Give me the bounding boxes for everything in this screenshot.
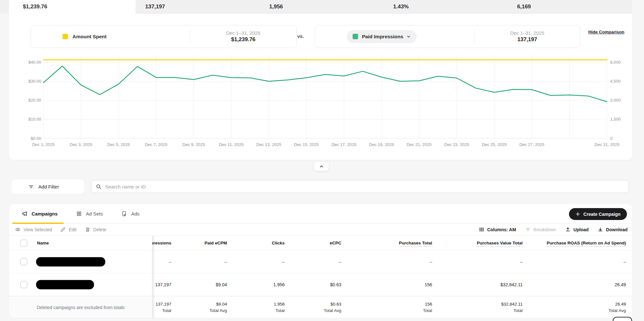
edit-button[interactable]: Edit bbox=[60, 227, 76, 232]
svg-text:Dec 21, 2025: Dec 21, 2025 bbox=[407, 142, 431, 147]
secondary-metric-value: 137,197 bbox=[475, 36, 580, 43]
vs-label: vs. bbox=[297, 33, 304, 39]
breakdown-button: Breakdown bbox=[525, 227, 556, 232]
metric-tab-0[interactable]: $1,239.76 bbox=[9, 0, 136, 14]
row-checkbox[interactable] bbox=[20, 281, 27, 288]
table-cell: – bbox=[346, 259, 437, 264]
tab-campaigns[interactable]: Campaigns bbox=[22, 211, 58, 216]
bottom-right-button[interactable] bbox=[613, 317, 632, 321]
column-header[interactable]: Paid eCPM bbox=[176, 241, 232, 245]
metric-tab-2[interactable]: 1,956 bbox=[260, 0, 384, 14]
select-all-checkbox[interactable] bbox=[20, 240, 27, 247]
add-filter-button[interactable]: Add Filter bbox=[12, 179, 84, 194]
upload-icon bbox=[565, 227, 573, 232]
eye-icon bbox=[15, 227, 24, 232]
comparison-metric-select[interactable]: Paid Impressions bbox=[347, 30, 417, 43]
filter-icon bbox=[28, 184, 38, 189]
redacted-campaign-name bbox=[36, 280, 94, 289]
delete-button[interactable]: Delete bbox=[85, 227, 106, 232]
table-cell: $32,842.11 bbox=[437, 282, 528, 287]
grid-icon bbox=[76, 211, 82, 216]
tab-label: Ads bbox=[131, 211, 139, 216]
svg-text:Dec 13, 2025: Dec 13, 2025 bbox=[256, 142, 281, 147]
campaigns-panel: CampaignsAd SetsAds Create Campaign View… bbox=[9, 204, 632, 318]
svg-text:$40.00: $40.00 bbox=[28, 60, 41, 65]
svg-text:Dec 23, 2025: Dec 23, 2025 bbox=[444, 142, 469, 147]
secondary-date-range: Dec 1–31, 2025 bbox=[475, 30, 580, 36]
table-cell: – bbox=[176, 259, 232, 264]
search-icon bbox=[96, 184, 101, 189]
column-header[interactable]: Clicks bbox=[232, 241, 290, 245]
trash-icon bbox=[85, 227, 93, 232]
create-campaign-button[interactable]: Create Campaign bbox=[569, 208, 627, 220]
metric-tab-1[interactable]: 137,197 bbox=[136, 0, 260, 14]
primary-date-range: Dec 1–31, 2025 bbox=[190, 30, 296, 36]
chart-panel: Amount Spent Dec 1–31, 2025 $1,239.76 vs… bbox=[9, 14, 632, 160]
amount-spent-swatch bbox=[62, 34, 68, 39]
svg-text:$0.00: $0.00 bbox=[31, 136, 41, 141]
svg-text:Dec 27, 2025: Dec 27, 2025 bbox=[519, 142, 544, 147]
svg-text:Dec 25, 2025: Dec 25, 2025 bbox=[482, 142, 507, 147]
spend-impressions-chart: $0.00$10.00$20.00$30.00$40.0001,5003,000… bbox=[9, 54, 632, 160]
primary-metric-label: Amount Spent bbox=[72, 34, 107, 40]
columns-am-button[interactable]: Columns: AM bbox=[479, 227, 516, 232]
hide-comparison-link[interactable]: Hide Comparison bbox=[585, 29, 627, 35]
totals-note: Deleted campaigns are excluded from tota… bbox=[9, 296, 152, 318]
search-input-wrapper bbox=[91, 180, 629, 193]
svg-text:Dec 11, 2025: Dec 11, 2025 bbox=[219, 142, 243, 147]
metrics-tab-bar: $1,239.76137,1971,9561.43%6,169 bbox=[0, 0, 632, 14]
tab-ad-sets[interactable]: Ad Sets bbox=[76, 211, 103, 216]
svg-text:$30.00: $30.00 bbox=[28, 79, 41, 84]
column-header[interactable]: eCPC bbox=[290, 241, 346, 245]
table-cell: 156 bbox=[346, 282, 437, 287]
totals-cell: 26.49Total Avg bbox=[528, 301, 631, 314]
svg-text:Dec 15, 2025: Dec 15, 2025 bbox=[294, 142, 319, 147]
row-checkbox[interactable] bbox=[20, 258, 27, 265]
columns-icon bbox=[479, 227, 487, 232]
collapse-chart-button[interactable] bbox=[314, 161, 329, 171]
column-header[interactable]: Purchases Value Total bbox=[437, 241, 528, 245]
view-selected-button[interactable]: View Selected bbox=[15, 227, 52, 232]
svg-text:4,500: 4,500 bbox=[610, 79, 621, 84]
primary-metric-value: $1,239.76 bbox=[190, 36, 296, 43]
metric-tab-3[interactable]: 1.43% bbox=[384, 0, 507, 14]
svg-text:Dec 9, 2025: Dec 9, 2025 bbox=[183, 142, 205, 147]
campaigns-table: NameImpressionsPaid eCPMClickseCPCPurcha… bbox=[9, 236, 632, 318]
totals-cell: 137,197Total bbox=[152, 301, 176, 314]
table-cell: $0.63 bbox=[290, 282, 346, 287]
metric-tab-4[interactable]: 6,169 bbox=[507, 0, 631, 14]
table-row: ––––––– bbox=[9, 250, 632, 273]
totals-cell: 156Total bbox=[346, 301, 437, 314]
download-icon bbox=[598, 227, 606, 232]
chevron-down-icon bbox=[406, 34, 411, 39]
column-header[interactable]: Purchase ROAS (Return on Ad Spend) bbox=[528, 241, 631, 245]
column-header[interactable]: Impressions bbox=[152, 241, 176, 245]
redacted-campaign-name bbox=[36, 257, 105, 267]
tab-ads[interactable]: Ads bbox=[121, 211, 139, 216]
table-cell: – bbox=[232, 259, 290, 264]
search-input[interactable] bbox=[105, 184, 624, 189]
column-header[interactable]: Purchases Total bbox=[346, 241, 437, 245]
table-cell: – bbox=[152, 259, 176, 264]
breakdown-icon bbox=[525, 227, 534, 232]
primary-metric-card: Amount Spent Dec 1–31, 2025 $1,239.76 bbox=[31, 25, 297, 48]
svg-text:3,000: 3,000 bbox=[610, 98, 621, 103]
entity-tabs: CampaignsAd SetsAds Create Campaign bbox=[9, 204, 632, 224]
svg-text:$20.00: $20.00 bbox=[28, 98, 41, 103]
svg-text:Dec 5, 2025: Dec 5, 2025 bbox=[107, 142, 130, 147]
svg-text:$10.00: $10.00 bbox=[28, 117, 41, 122]
totals-cell: $9.04Total Avg bbox=[176, 301, 232, 314]
svg-text:Dec 17, 2025: Dec 17, 2025 bbox=[332, 142, 356, 147]
table-cell: $9.04 bbox=[176, 282, 232, 287]
svg-text:Dec 1, 2025: Dec 1, 2025 bbox=[32, 142, 55, 147]
totals-cell: 1,956Total bbox=[232, 301, 290, 314]
totals-cell: $32,842.11Total bbox=[437, 301, 528, 314]
svg-text:Dec 31, 2025: Dec 31, 2025 bbox=[594, 142, 619, 147]
active-tab-underline bbox=[12, 223, 64, 224]
table-header-row: NameImpressionsPaid eCPMClickseCPCPurcha… bbox=[9, 236, 632, 250]
tab-label: Ad Sets bbox=[86, 211, 103, 216]
table-cell: – bbox=[437, 259, 528, 264]
upload-button[interactable]: Upload bbox=[565, 227, 589, 232]
download-button[interactable]: Download bbox=[598, 227, 628, 232]
add-filter-label: Add Filter bbox=[38, 184, 59, 189]
